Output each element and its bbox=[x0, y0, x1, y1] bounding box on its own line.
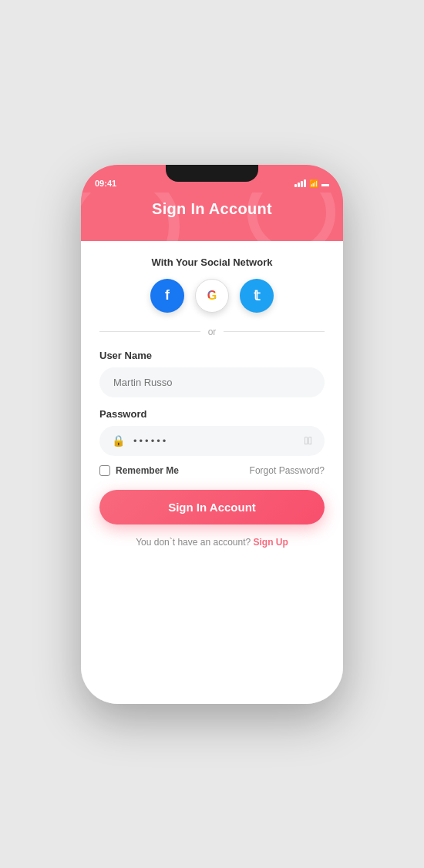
divider-line-right bbox=[224, 331, 325, 332]
header-section: Sign In Account bbox=[81, 193, 343, 241]
signup-row: You don`t have an account? Sign Up bbox=[99, 537, 325, 548]
password-wrapper: 🔒 👁⃠ bbox=[99, 426, 325, 456]
twitter-icon: 𝕥 bbox=[254, 287, 260, 304]
social-buttons-row: f G 𝕥 bbox=[99, 279, 325, 313]
twitter-button[interactable]: 𝕥 bbox=[240, 279, 274, 313]
notch bbox=[166, 165, 258, 182]
phone-frame: 09:41 📶 ▬ Sign In Account With Your Soci… bbox=[81, 165, 343, 704]
status-time: 09:41 bbox=[95, 179, 116, 188]
signup-link[interactable]: Sign Up bbox=[254, 537, 288, 548]
remember-label: Remember Me bbox=[116, 465, 179, 476]
signal-icon bbox=[294, 179, 306, 187]
google-icon: G bbox=[207, 289, 217, 303]
password-label: Password bbox=[99, 408, 325, 420]
sign-in-button[interactable]: Sign In Account bbox=[99, 490, 325, 524]
wifi-icon: 📶 bbox=[309, 179, 318, 188]
divider-text: or bbox=[208, 327, 217, 337]
status-icons: 📶 ▬ bbox=[294, 179, 329, 188]
username-input[interactable] bbox=[99, 367, 325, 397]
no-account-text: You don`t have an account? bbox=[136, 537, 251, 548]
content-area: With Your Social Network f G 𝕥 or User N… bbox=[81, 241, 343, 704]
lock-icon: 🔒 bbox=[112, 434, 125, 447]
page-title: Sign In Account bbox=[96, 200, 328, 218]
remember-left: Remember Me bbox=[99, 465, 179, 476]
social-label: With Your Social Network bbox=[99, 256, 325, 268]
facebook-icon: f bbox=[165, 287, 170, 303]
divider-line-left bbox=[99, 331, 200, 332]
remember-checkbox[interactable] bbox=[99, 465, 110, 476]
forgot-password-link[interactable]: Forgot Password? bbox=[250, 465, 325, 476]
divider: or bbox=[99, 327, 325, 337]
remember-row: Remember Me Forgot Password? bbox=[99, 465, 325, 476]
eye-hide-icon[interactable]: 👁⃠ bbox=[305, 434, 312, 447]
username-label: User Name bbox=[99, 350, 325, 361]
facebook-button[interactable]: f bbox=[150, 279, 184, 313]
battery-icon: ▬ bbox=[321, 179, 329, 188]
google-button[interactable]: G bbox=[195, 279, 229, 313]
password-input[interactable] bbox=[99, 426, 325, 456]
